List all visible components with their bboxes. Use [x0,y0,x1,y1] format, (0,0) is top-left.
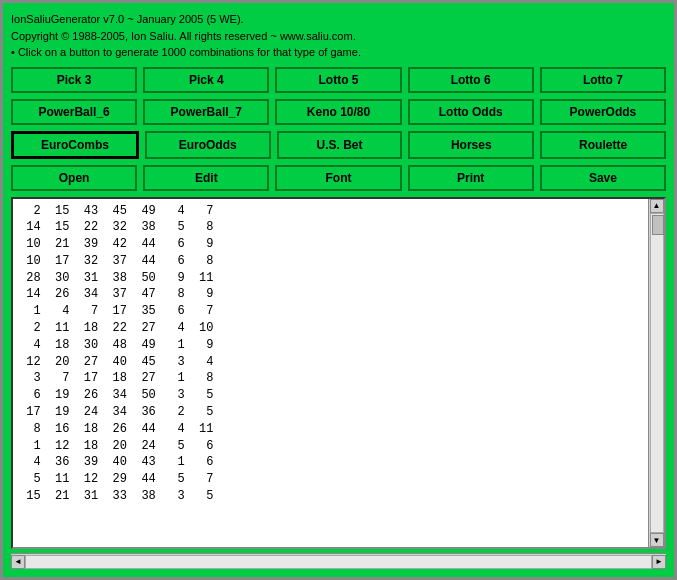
scroll-left-button[interactable]: ◄ [11,555,25,569]
header-line3: • Click on a button to generate 1000 com… [11,44,666,61]
scroll-up-button[interactable]: ▲ [650,199,664,213]
output-content[interactable]: 2 15 43 45 49 4 7 14 15 22 32 38 5 8 10 … [13,199,648,548]
header-line1: IonSaliuGenerator v7.0 ~ January 2005 (5… [11,11,666,28]
roulette-button[interactable]: Roulette [540,131,666,159]
header-text: IonSaliuGenerator v7.0 ~ January 2005 (5… [11,11,666,61]
lotto5-button[interactable]: Lotto 5 [275,67,401,93]
scroll-right-button[interactable]: ► [652,555,666,569]
output-area: 2 15 43 45 49 4 7 14 15 22 32 38 5 8 10 … [11,197,666,550]
edit-button[interactable]: Edit [143,165,269,191]
powerball6-button[interactable]: PowerBall_6 [11,99,137,125]
lotto-odds-button[interactable]: Lotto Odds [408,99,534,125]
print-button[interactable]: Print [408,165,534,191]
header-line2: Copyright © 1988-2005, Ion Saliu. All ri… [11,28,666,45]
powerodds-button[interactable]: PowerOdds [540,99,666,125]
horses-button[interactable]: Horses [408,131,534,159]
button-row-4: OpenEditFontPrintSave [11,165,666,191]
save-button[interactable]: Save [540,165,666,191]
lotto7-button[interactable]: Lotto 7 [540,67,666,93]
pick3-button[interactable]: Pick 3 [11,67,137,93]
usbet-button[interactable]: U.S. Bet [277,131,403,159]
button-row-2: PowerBall_6PowerBall_7Keno 10/80Lotto Od… [11,99,666,125]
button-row-1: Pick 3Pick 4Lotto 5Lotto 6Lotto 7 [11,67,666,93]
eurocombs-button[interactable]: EuroCombs [11,131,139,159]
font-button[interactable]: Font [275,165,401,191]
scroll-down-button[interactable]: ▼ [650,533,664,547]
h-scroll-track[interactable] [25,555,652,569]
vertical-scrollbar[interactable]: ▲ ▼ [648,199,664,548]
pick4-button[interactable]: Pick 4 [143,67,269,93]
open-button[interactable]: Open [11,165,137,191]
euroOdds-button[interactable]: EuroOdds [145,131,271,159]
button-row-3: EuroCombsEuroOddsU.S. BetHorsesRoulette [11,131,666,159]
lotto6-button[interactable]: Lotto 6 [408,67,534,93]
main-window: IonSaliuGenerator v7.0 ~ January 2005 (5… [0,0,677,580]
horizontal-scrollbar[interactable]: ◄ ► [11,553,666,569]
scroll-thumb[interactable] [652,215,664,235]
scroll-track[interactable] [650,213,664,534]
keno-button[interactable]: Keno 10/80 [275,99,401,125]
powerball7-button[interactable]: PowerBall_7 [143,99,269,125]
